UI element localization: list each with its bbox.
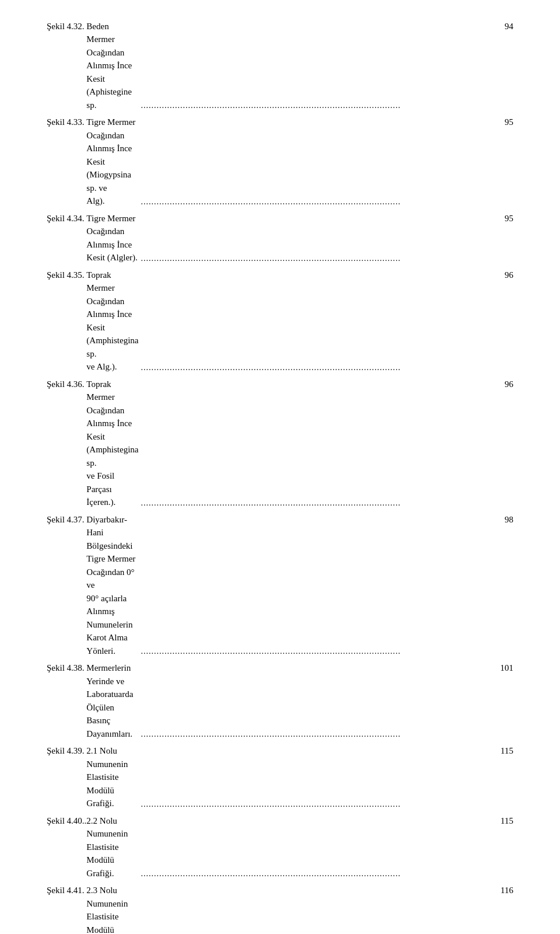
entry-content: Beden Mermer Ocağından Alınmış İnce Kesi…: [86, 18, 138, 114]
entry-content: Tigre Mermer Ocağından Alınmış İnce Kesi…: [86, 114, 138, 210]
entry-page: 95: [501, 114, 514, 210]
entry-dots: ........................................…: [139, 18, 501, 114]
entry-page: 98: [501, 511, 514, 660]
entry-dots: ........................................…: [139, 266, 501, 375]
table-row: Şekil 4.38.Mermerlerin Yerinde ve Labora…: [47, 660, 513, 743]
entry-content: 2.1 Nolu Numunenin Elastisite Modülü Gra…: [86, 743, 138, 813]
entry-content: Mermerlerin Yerinde ve Laboratuarda Ölçü…: [86, 660, 138, 743]
table-row: Şekil 4.41.2.3 Nolu Numunenin Elastisite…: [47, 882, 513, 935]
entry-dots: ........................................…: [139, 743, 501, 813]
entry-dots: ........................................…: [139, 511, 501, 660]
entry-label: Şekil 4.33.: [47, 114, 86, 210]
table-row: Şekil 4.36.Toprak Mermer Ocağından Alınm…: [47, 375, 513, 511]
entry-page: 101: [501, 660, 514, 743]
entry-content: 2.3 Nolu Numunenin Elastisite Modülü Gra…: [86, 882, 138, 935]
entry-content: Tigre Mermer Ocağından Alınmış İnce Kesi…: [86, 210, 138, 266]
toc-table: Şekil 4.32.Beden Mermer Ocağından Alınmı…: [47, 18, 513, 934]
entry-label: Şekil 4.32.: [47, 18, 86, 114]
entry-page: 115: [501, 812, 514, 882]
entry-dots: ........................................…: [139, 375, 501, 511]
entry-label: Şekil 4.39.: [47, 743, 86, 813]
entry-label: Şekil 4.38.: [47, 660, 86, 743]
table-row: Şekil 4.40..2.2 Nolu Numunenin Elastisit…: [47, 812, 513, 882]
entry-label: Şekil 4.40..: [47, 812, 86, 882]
entry-content: 2.2 Nolu Numunenin Elastisite Modülü Gra…: [86, 812, 138, 882]
entry-label: Şekil 4.36.: [47, 375, 86, 511]
entry-page: 94: [501, 18, 514, 114]
table-row: Şekil 4.33.Tigre Mermer Ocağından Alınmı…: [47, 114, 513, 210]
entry-page: 115: [501, 743, 514, 813]
entry-dots: ........................................…: [139, 114, 501, 210]
table-row: Şekil 4.39.2.1 Nolu Numunenin Elastisite…: [47, 743, 513, 813]
entry-page: 95: [501, 210, 514, 266]
entry-content: Toprak Mermer Ocağından Alınmış İnce Kes…: [86, 266, 138, 375]
entry-label: Şekil 4.35.: [47, 266, 86, 375]
entry-dots: ........................................…: [139, 660, 501, 743]
entry-page: 96: [501, 266, 514, 375]
entry-label: Şekil 4.34.: [47, 210, 86, 266]
entry-label: Şekil 4.37.: [47, 511, 86, 660]
entry-content: Toprak Mermer Ocağından Alınmış İnce Kes…: [86, 375, 138, 511]
entry-dots: ........................................…: [139, 812, 501, 882]
entry-dots: ........................................…: [139, 882, 501, 935]
table-row: Şekil 4.34.Tigre Mermer Ocağından Alınmı…: [47, 210, 513, 266]
table-row: Şekil 4.35.Toprak Mermer Ocağından Alınm…: [47, 266, 513, 375]
table-row: Şekil 4.32.Beden Mermer Ocağından Alınmı…: [47, 18, 513, 114]
entry-page: 116: [501, 882, 514, 935]
entry-content: Diyarbakır-Hani Bölgesindeki Tigre Merme…: [86, 511, 138, 660]
table-row: Şekil 4.37.Diyarbakır-Hani Bölgesindeki …: [47, 511, 513, 660]
entry-page: 96: [501, 375, 514, 511]
entry-dots: ........................................…: [139, 210, 501, 266]
entry-label: Şekil 4.41.: [47, 882, 86, 935]
